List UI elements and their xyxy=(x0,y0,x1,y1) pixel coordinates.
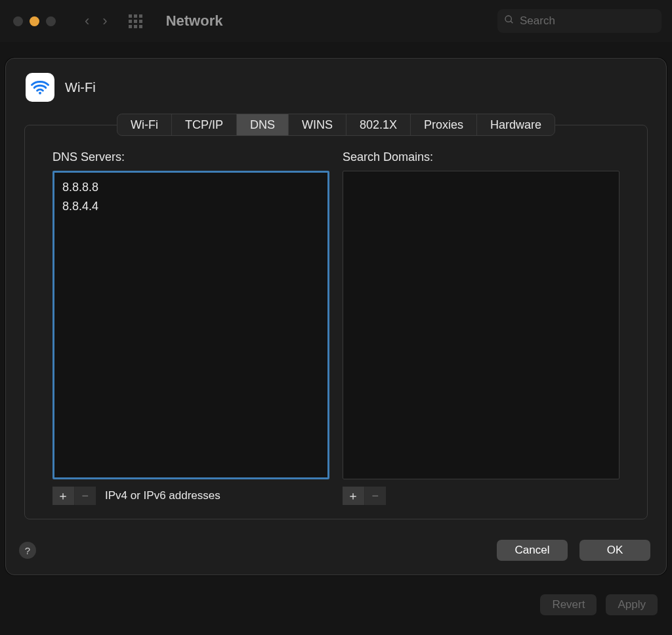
dns-groupbox: DNS Servers: 8.8.8.8 8.8.4.4 ＋ − IPv4 or… xyxy=(24,125,648,519)
dns-hint: IPv4 or IPv6 addresses xyxy=(105,489,220,502)
window-zoom-button[interactable] xyxy=(46,16,56,26)
search-domains-list[interactable] xyxy=(343,171,620,479)
tab-proxies[interactable]: Proxies xyxy=(411,114,477,135)
list-item[interactable]: 8.8.8.8 xyxy=(62,178,320,197)
domains-add-button[interactable]: ＋ xyxy=(343,487,365,505)
wifi-icon xyxy=(26,73,54,102)
revert-button[interactable]: Revert xyxy=(540,594,597,615)
dns-servers-list[interactable]: 8.8.8.8 8.8.4.4 xyxy=(52,171,329,479)
nav-forward-button[interactable]: › xyxy=(102,14,107,28)
window-title: Network xyxy=(166,12,223,30)
domains-plus-minus: ＋ − xyxy=(343,487,386,505)
window-close-button[interactable] xyxy=(13,16,23,26)
tab-dns[interactable]: DNS xyxy=(237,114,289,135)
svg-point-2 xyxy=(39,92,41,95)
search-domains-column: Search Domains: ＋ − xyxy=(343,150,620,506)
dns-plus-minus: ＋ − xyxy=(52,487,96,505)
dns-servers-label: DNS Servers: xyxy=(52,150,329,164)
svg-point-0 xyxy=(505,16,511,22)
titlebar: ‹ › Network Search xyxy=(0,0,672,42)
dns-servers-column: DNS Servers: 8.8.8.8 8.8.4.4 ＋ − IPv4 or… xyxy=(52,150,329,506)
dns-columns: DNS Servers: 8.8.8.8 8.8.4.4 ＋ − IPv4 or… xyxy=(25,125,647,519)
tab-hardware[interactable]: Hardware xyxy=(477,114,555,135)
tab-tcpip[interactable]: TCP/IP xyxy=(172,114,237,135)
tab-8021x[interactable]: 802.1X xyxy=(346,114,411,135)
search-domains-label: Search Domains: xyxy=(343,150,620,164)
help-button[interactable]: ? xyxy=(19,542,36,559)
search-placeholder: Search xyxy=(520,14,555,28)
show-all-icon[interactable] xyxy=(129,14,142,28)
interface-name: Wi-Fi xyxy=(65,80,96,95)
cancel-button[interactable]: Cancel xyxy=(497,540,568,561)
tab-bar: Wi-Fi TCP/IP DNS WINS 802.1X Proxies Har… xyxy=(117,114,555,136)
tab-wifi[interactable]: Wi-Fi xyxy=(117,114,172,135)
background-buttons: Revert Apply xyxy=(540,594,658,615)
domains-remove-button[interactable]: − xyxy=(365,487,387,505)
traffic-lights xyxy=(13,16,56,26)
list-item[interactable]: 8.8.4.4 xyxy=(62,197,320,216)
dns-servers-controls: ＋ − IPv4 or IPv6 addresses xyxy=(52,486,329,506)
svg-line-1 xyxy=(511,21,513,23)
nav-back-button[interactable]: ‹ xyxy=(85,14,89,28)
search-icon xyxy=(504,14,514,28)
ok-button[interactable]: OK xyxy=(579,540,650,561)
advanced-sheet: Wi-Fi Wi-Fi TCP/IP DNS WINS 802.1X Proxi… xyxy=(5,58,667,575)
sheet-footer: ? Cancel OK xyxy=(19,538,650,563)
nav-arrows: ‹ › xyxy=(85,14,108,28)
apply-button[interactable]: Apply xyxy=(606,594,658,615)
dns-add-button[interactable]: ＋ xyxy=(52,487,75,505)
dns-remove-button[interactable]: − xyxy=(75,487,96,505)
search-domains-controls: ＋ − xyxy=(343,486,620,506)
sheet-header: Wi-Fi xyxy=(6,73,666,102)
search-input[interactable]: Search xyxy=(497,9,662,33)
tab-wins[interactable]: WINS xyxy=(289,114,346,135)
window-minimize-button[interactable] xyxy=(30,16,39,26)
